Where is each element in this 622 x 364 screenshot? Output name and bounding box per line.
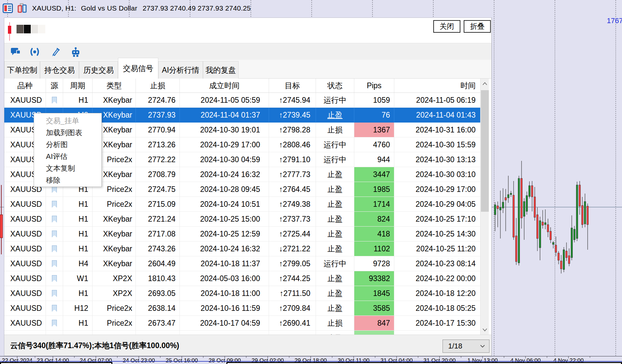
column-header[interactable]: 品种 — [4, 79, 46, 92]
cell-stoploss: 2770.94 — [136, 123, 180, 137]
table-row[interactable]: XAUUSDH1XKeybar2743.262024-10-24 16:32↓2… — [4, 241, 480, 256]
cell-source — [46, 227, 63, 241]
cell-symbol: XAUUSD — [4, 212, 46, 226]
bottom-bar-segment — [0, 362, 112, 364]
panel-header: 关闭 折叠 — [4, 18, 491, 43]
cell-pips: 944 — [354, 152, 394, 167]
table-row[interactable]: XAUUSDH1XKeybar2724.762024-11-05 05:59↑2… — [4, 93, 480, 108]
cell-close-time: 2024-10-25 14:30 — [394, 227, 480, 241]
table-row[interactable]: XAUUSDH1Price2x2673.472024-10-17 04:59↑2… — [4, 316, 480, 331]
tab-4[interactable]: 交易信号 — [118, 58, 158, 79]
table-row[interactable]: XAUUSDH1XP2X2693.052024-10-18 11:00↑2711… — [4, 286, 480, 301]
robot-icon[interactable] — [70, 46, 81, 57]
chevron-down-icon — [480, 345, 485, 348]
one-click-trading-icon[interactable] — [17, 3, 27, 14]
depth-of-market-icon[interactable] — [3, 3, 13, 14]
scroll-down-arrow[interactable] — [481, 325, 489, 335]
context-menu-item[interactable]: 文本复制 — [34, 163, 101, 174]
cell-close-time: 2024-10-30 13:13 — [394, 152, 480, 167]
cell-stoploss: 2724.75 — [136, 182, 180, 197]
tab-5[interactable]: AI分析行情 — [158, 61, 203, 79]
status-bar: 云信号340(胜率71.47%);本地1信号(胜率100.00%) 1/18 — [4, 335, 491, 356]
tab-1[interactable]: 下单控制 — [4, 61, 40, 79]
context-menu-item[interactable]: 加载到图表 — [34, 127, 101, 139]
context-menu-item[interactable]: AI评估 — [34, 151, 101, 163]
cell-open-time: 2024-10-29 17:00 — [180, 137, 269, 152]
cell-type: Price2x — [93, 316, 136, 330]
page-selector-value: 1/18 — [448, 342, 480, 350]
cell-pips: 93382 — [354, 271, 394, 286]
cell-target: ↑2808.46 — [269, 137, 316, 152]
table-row[interactable]: XAUUSDH1XKeybar2717.082024-10-25 12:59↑2… — [4, 227, 480, 241]
cell-pips: 847 — [354, 316, 394, 330]
table-row[interactable]: XAUUSDH4XKeybar2604.492024-10-18 11:37↑2… — [4, 256, 480, 271]
cell-status: 运行中 — [316, 256, 354, 271]
cell-open-time: 2024-11-04 01:37 — [180, 108, 269, 122]
bookmark-icon[interactable] — [52, 260, 57, 267]
scrollbar-thumb[interactable] — [481, 90, 489, 212]
cell-status: 运行中 — [316, 93, 354, 107]
cell-period: H1 — [63, 197, 93, 211]
cell-open-time: 2024-10-30 19:01 — [180, 123, 269, 137]
table-scrollbar[interactable] — [480, 79, 489, 335]
cell-close-time: 2024-10-30 15:59 — [394, 137, 480, 152]
cell-status: 止盈 — [316, 241, 354, 256]
cell-type: Price2x — [93, 301, 136, 315]
bookmark-icon[interactable] — [52, 97, 57, 104]
cell-source — [46, 93, 63, 107]
column-header[interactable]: 状态 — [316, 79, 354, 92]
column-header[interactable]: 源 — [46, 79, 63, 92]
table-row[interactable]: XAUUSDH1XKeybar2721.242024-10-25 15:00↑2… — [4, 212, 480, 227]
cell-stoploss: 2717.08 — [136, 227, 180, 241]
close-button[interactable]: 关闭 — [433, 20, 460, 33]
column-header[interactable]: 止损 — [136, 79, 180, 92]
cell-source — [46, 286, 63, 301]
column-header[interactable]: 目标 — [269, 79, 316, 92]
cell-pips: 4760 — [354, 137, 394, 152]
chat-icon[interactable] — [10, 46, 21, 57]
context-menu: 交易_挂单加载到图表分析图AI评估文本复制移除 — [34, 113, 102, 187]
table-row[interactable]: XAUUSDH1Price2x2715.092024-10-24 10:51↑2… — [4, 197, 480, 212]
bookmark-icon[interactable] — [52, 245, 57, 252]
cell-symbol: XAUUSD — [4, 197, 46, 211]
cell-close-time: 2024-11-04 01:43 — [394, 108, 480, 122]
bookmark-icon[interactable] — [52, 290, 57, 297]
cell-stoploss: 2638.14 — [136, 301, 180, 315]
context-menu-item[interactable]: 移除 — [34, 174, 101, 186]
context-menu-item[interactable]: 分析图 — [34, 139, 101, 151]
bookmark-icon[interactable] — [52, 275, 57, 282]
column-header[interactable]: 时间 — [394, 79, 480, 92]
cell-stoploss: 2743.26 — [136, 241, 180, 256]
bookmark-icon[interactable] — [52, 231, 57, 237]
bookmark-icon[interactable] — [52, 320, 57, 327]
cell-pips: 76 — [354, 108, 394, 122]
table-row[interactable]: XAUUSDW1XP2X1810.432024-05-03 16:00↑2744… — [4, 271, 480, 286]
table-row[interactable]: XAUUSDH12Price2x2638.142024-10-16 11:59↑… — [4, 301, 480, 316]
logo-square-dark — [17, 25, 23, 33]
column-header[interactable]: 成立时间 — [180, 79, 269, 92]
chart-title-bar: XAUUSD, H1: Gold vs US Dollar 2737.93 27… — [0, 0, 622, 17]
bookmark-icon[interactable] — [52, 305, 57, 312]
table-row[interactable]: XAUUSDH1XKeybar2660.042024-10-15 16:00↑2… — [4, 331, 480, 335]
bookmark-icon[interactable] — [52, 216, 57, 223]
symbol-description: Gold vs US Dollar — [81, 4, 137, 12]
symbol-timeframe-label: XAUUSD, H1: — [32, 4, 76, 12]
tab-6[interactable]: 我的复盘 — [203, 61, 239, 79]
cell-pips: 1059 — [354, 93, 394, 107]
bookmark-icon[interactable] — [52, 201, 57, 208]
page-selector-dropdown[interactable]: 1/18 — [443, 340, 489, 353]
tab-3[interactable]: 历史交易 — [79, 61, 118, 79]
pencil-icon[interactable] — [50, 46, 61, 57]
cell-close-time: 2024-11-05 06:19 — [394, 93, 480, 107]
tab-2[interactable]: 持仓交易 — [40, 61, 79, 79]
scroll-up-arrow[interactable] — [481, 79, 489, 89]
cell-open-time: 2024-10-30 04:59 — [180, 152, 269, 167]
cell-pips: 9728 — [354, 256, 394, 271]
column-header[interactable]: 周期 — [63, 79, 93, 92]
collapse-button[interactable]: 折叠 — [464, 20, 491, 33]
column-header[interactable]: 类型 — [93, 79, 136, 92]
cell-source — [46, 331, 63, 335]
signal-icon[interactable] — [29, 46, 40, 57]
column-header[interactable]: Pips — [354, 79, 394, 92]
cell-target: ↑2690.41 — [269, 316, 316, 330]
